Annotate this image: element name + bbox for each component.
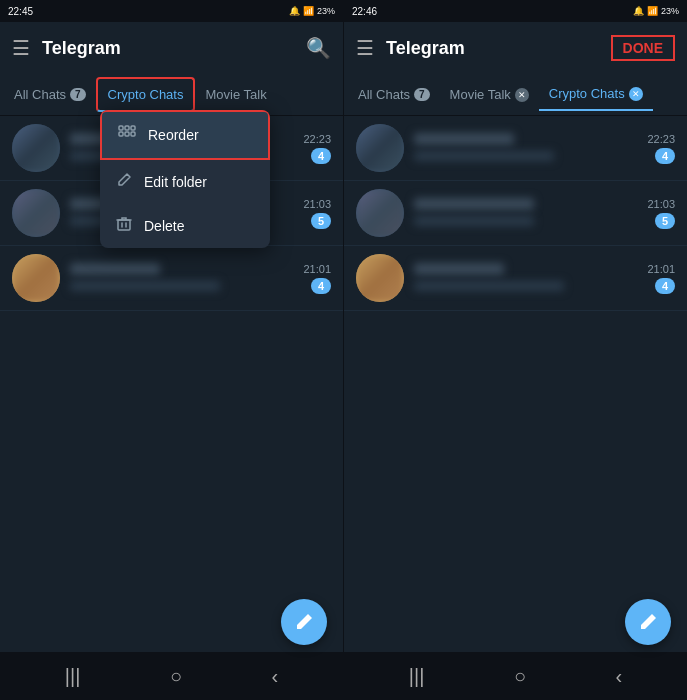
delete-label: Delete [144,218,184,234]
right-alarm-icon: 🔔 [633,6,644,16]
right-status-time: 22:46 [352,6,377,17]
right-chat-name-3 [414,263,504,275]
delete-icon [116,216,132,236]
left-unread-badge-3: 4 [311,278,331,294]
right-chat-item-3[interactable]: 21:01 4 [344,246,687,311]
right-tab-all-chats[interactable]: All Chats 7 [348,79,440,110]
right-avatar-2 [356,189,404,237]
right-nav-back-icon[interactable]: ‹ [616,665,623,688]
left-nav-menu-icon[interactable]: ||| [65,665,81,688]
right-tab-all-chats-label: All Chats [358,87,410,102]
right-status-bar: 22:46 🔔 📶 23% [344,0,687,22]
svg-rect-6 [118,220,130,230]
right-header: ☰ Telegram DONE [344,22,687,74]
left-wifi-icon: 📶 [303,6,314,16]
left-time: 22:45 [8,6,33,17]
right-tab-crypto-chats[interactable]: Crypto Chats ✕ [539,78,653,111]
right-phone-screen: 22:46 🔔 📶 23% ☰ Telegram DONE All Chats … [343,0,687,700]
svg-rect-1 [125,126,129,130]
right-chat-preview-2 [414,216,534,226]
svg-rect-4 [125,132,129,136]
right-bottom-nav: ||| ○ ‹ [344,652,687,700]
left-battery-icon: 23% [317,6,335,16]
reorder-label: Reorder [148,127,199,143]
right-tab-movie-talk[interactable]: Movie Talk ✕ [440,79,539,110]
left-tab-movie-talk-label: Movie Talk [205,87,266,102]
left-chat-time-1: 22:23 [303,133,331,145]
right-time: 22:46 [352,6,377,17]
right-unread-badge-1: 4 [655,148,675,164]
done-button[interactable]: DONE [611,35,675,61]
left-tab-all-chats-label: All Chats [14,87,66,102]
svg-rect-5 [131,132,135,136]
right-unread-badge-3: 4 [655,278,675,294]
left-header: ☰ Telegram 🔍 [0,22,343,74]
left-fab[interactable] [281,599,327,645]
left-phone-screen: 22:45 🔔 📶 23% ☰ Telegram 🔍 All Chats 7 C… [0,0,343,700]
left-chat-time-3: 21:01 [303,263,331,275]
left-context-menu: Reorder Edit folder Delete [100,110,270,248]
right-tab-crypto-chats-label: Crypto Chats [549,86,625,101]
left-alarm-icon: 🔔 [289,6,300,16]
right-header-title: Telegram [386,38,599,59]
right-chat-preview-1 [414,151,554,161]
context-menu-reorder[interactable]: Reorder [100,110,270,160]
svg-rect-3 [119,132,123,136]
reorder-icon [118,124,136,146]
right-fab[interactable] [625,599,671,645]
right-unread-badge-2: 5 [655,213,675,229]
left-nav-back-icon[interactable]: ‹ [272,665,279,688]
left-chat-time-2: 21:03 [303,198,331,210]
right-wifi-icon: 📶 [647,6,658,16]
left-search-icon[interactable]: 🔍 [306,36,331,60]
left-status-icons: 🔔 📶 23% [289,6,335,16]
left-status-time: 22:45 [8,6,33,17]
right-chat-list: 22:23 4 21:03 5 [344,116,687,652]
right-avatar-3 [356,254,404,302]
left-tab-crypto-chats[interactable]: Crypto Chats [96,77,196,112]
left-tab-movie-talk[interactable]: Movie Talk [195,79,276,110]
edit-folder-label: Edit folder [144,174,207,190]
right-avatar-1 [356,124,404,172]
right-battery-icon: 23% [661,6,679,16]
left-chat-item-3[interactable]: 21:01 4 [0,246,343,311]
right-tab-all-chats-badge: 7 [414,88,430,101]
right-tab-movie-talk-close[interactable]: ✕ [515,88,529,102]
left-avatar-2 [12,189,60,237]
right-tabs: All Chats 7 Movie Talk ✕ Crypto Chats ✕ [344,74,687,116]
svg-rect-0 [119,126,123,130]
svg-rect-2 [131,126,135,130]
right-menu-icon[interactable]: ☰ [356,36,374,60]
left-tab-crypto-chats-label: Crypto Chats [108,87,184,102]
right-chat-time-3: 21:01 [647,263,675,275]
context-menu-edit-folder[interactable]: Edit folder [100,160,270,204]
right-chat-name-2 [414,198,534,210]
right-chat-content-2: 21:03 5 [414,198,675,229]
left-tab-all-chats-badge: 7 [70,88,86,101]
left-bottom-nav: ||| ○ ‹ [0,652,343,700]
right-chat-preview-3 [414,281,564,291]
right-nav-menu-icon[interactable]: ||| [409,665,425,688]
left-menu-icon[interactable]: ☰ [12,36,30,60]
left-header-title: Telegram [42,38,294,59]
left-chat-content-3: 21:01 4 [70,263,331,294]
context-menu-delete[interactable]: Delete [100,204,270,248]
right-chat-item-2[interactable]: 21:03 5 [344,181,687,246]
right-tab-movie-talk-label: Movie Talk [450,87,511,102]
left-chat-name-3 [70,263,160,275]
right-chat-item-1[interactable]: 22:23 4 [344,116,687,181]
right-chat-name-1 [414,133,514,145]
left-avatar-3 [12,254,60,302]
right-tab-crypto-chats-close[interactable]: ✕ [629,87,643,101]
right-nav-home-icon[interactable]: ○ [514,665,526,688]
left-nav-home-icon[interactable]: ○ [170,665,182,688]
right-status-icons: 🔔 📶 23% [633,6,679,16]
left-unread-badge-1: 4 [311,148,331,164]
edit-folder-icon [116,172,132,192]
left-status-bar: 22:45 🔔 📶 23% [0,0,343,22]
right-chat-content-1: 22:23 4 [414,133,675,164]
right-chat-time-1: 22:23 [647,133,675,145]
right-chat-content-3: 21:01 4 [414,263,675,294]
left-tab-all-chats[interactable]: All Chats 7 [4,79,96,110]
left-chat-preview-3 [70,281,220,291]
